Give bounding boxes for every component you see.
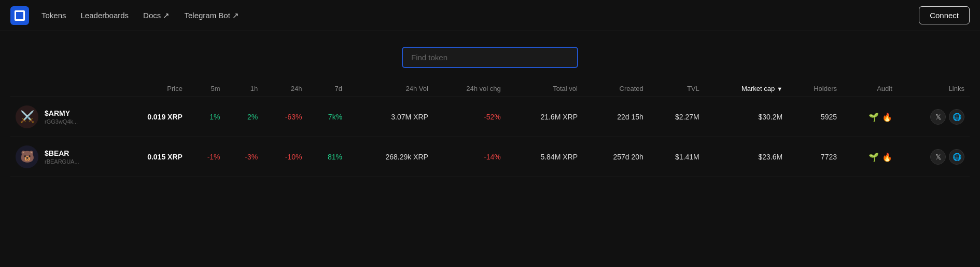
d7-bear: 81% <box>307 137 347 177</box>
col-created: Created <box>583 81 649 97</box>
col-marketcap-label: Market cap <box>741 85 775 92</box>
token-addr-bear: rBEARGUA... <box>45 158 79 165</box>
col-name <box>10 81 114 97</box>
search-section <box>0 31 980 81</box>
audit-army: 🌱 🔥 <box>842 97 898 137</box>
col-1h: 1h <box>226 81 263 97</box>
token-cell-bear: 🐻 $BEAR rBEARGUA... <box>10 137 114 177</box>
audit-bear: 🌱 🔥 <box>842 137 898 177</box>
m5-bear: -1% <box>188 137 226 177</box>
table-container: Price 5m 1h 24h 7d 24h Vol 24h vol chg T… <box>0 81 980 177</box>
created-bear: 257d 20h <box>583 137 649 177</box>
totalvol-bear: 5.84M XRP <box>506 137 583 177</box>
h1-army: 2% <box>226 97 263 137</box>
price-bear: 0.015 XRP <box>114 137 188 177</box>
h1-bear: -3% <box>226 137 263 177</box>
nav-tokens[interactable]: Tokens <box>41 11 66 20</box>
fire-icon-bear[interactable]: 🔥 <box>882 152 892 162</box>
col-price: Price <box>114 81 188 97</box>
h24-army: -63% <box>263 97 307 137</box>
holders-bear: 7723 <box>788 137 842 177</box>
logo[interactable] <box>10 6 29 25</box>
col-totalvol: Total vol <box>506 81 583 97</box>
globe-link-bear[interactable]: 🌐 <box>949 149 964 165</box>
sprout-icon-army[interactable]: 🌱 <box>869 112 879 122</box>
logo-icon <box>15 10 25 21</box>
table-row: ⚔️ $ARMY rGG3wQ4k... 0.019 XRP 1% 2% -63… <box>10 97 970 137</box>
token-addr-army: rGG3wQ4k... <box>45 118 78 125</box>
token-name-bear: $BEAR <box>45 149 79 157</box>
marketcap-army: $30.2M <box>705 97 788 137</box>
fire-icon-army[interactable]: 🔥 <box>882 112 892 122</box>
connect-button[interactable]: Connect <box>919 6 970 24</box>
navbar: Tokens Leaderboards Docs ↗ Telegram Bot … <box>0 0 980 31</box>
twitter-link-bear[interactable]: 𝕏 <box>930 149 946 165</box>
nav-leaderboards[interactable]: Leaderboards <box>81 11 129 20</box>
links-bear: 𝕏 🌐 <box>898 137 970 177</box>
table-header-row: Price 5m 1h 24h 7d 24h Vol 24h vol chg T… <box>10 81 970 97</box>
globe-link-army[interactable]: 🌐 <box>949 109 964 125</box>
volchg-army: -52% <box>433 97 506 137</box>
marketcap-bear: $23.6M <box>705 137 788 177</box>
col-24hvol: 24h Vol <box>347 81 433 97</box>
vol24-army: 3.07M XRP <box>347 97 433 137</box>
totalvol-army: 21.6M XRP <box>506 97 583 137</box>
holders-army: 5925 <box>788 97 842 137</box>
nav-links: Tokens Leaderboards Docs ↗ Telegram Bot … <box>41 11 919 20</box>
sort-arrow-icon: ▼ <box>777 86 782 92</box>
h24-bear: -10% <box>263 137 307 177</box>
twitter-link-army[interactable]: 𝕏 <box>930 109 946 125</box>
vol24-bear: 268.29k XRP <box>347 137 433 177</box>
tvl-bear: $1.41M <box>649 137 705 177</box>
token-info-army: $ARMY rGG3wQ4k... <box>45 109 78 125</box>
token-info-bear: $BEAR rBEARGUA... <box>45 149 79 165</box>
avatar-army: ⚔️ <box>16 105 38 128</box>
created-army: 22d 15h <box>583 97 649 137</box>
avatar-bear: 🐻 <box>16 145 38 168</box>
col-holders: Holders <box>788 81 842 97</box>
tvl-army: $2.27M <box>649 97 705 137</box>
col-links: Links <box>898 81 970 97</box>
col-24h: 24h <box>263 81 307 97</box>
sprout-icon-bear[interactable]: 🌱 <box>869 152 879 162</box>
col-5m: 5m <box>188 81 226 97</box>
m5-army: 1% <box>188 97 226 137</box>
token-cell-army: ⚔️ $ARMY rGG3wQ4k... <box>10 97 114 137</box>
nav-telegram-bot[interactable]: Telegram Bot ↗ <box>184 11 239 20</box>
col-marketcap[interactable]: Market cap ▼ <box>705 81 788 97</box>
col-audit: Audit <box>842 81 898 97</box>
col-7d: 7d <box>307 81 347 97</box>
search-input[interactable] <box>402 47 578 68</box>
token-name-army: $ARMY <box>45 109 78 117</box>
col-tvl: TVL <box>649 81 705 97</box>
price-army: 0.019 XRP <box>114 97 188 137</box>
nav-docs[interactable]: Docs ↗ <box>143 11 170 20</box>
table-row: 🐻 $BEAR rBEARGUA... 0.015 XRP -1% -3% -1… <box>10 137 970 177</box>
d7-army: 7k% <box>307 97 347 137</box>
links-army: 𝕏 🌐 <box>898 97 970 137</box>
col-24hvolchg: 24h vol chg <box>433 81 506 97</box>
volchg-bear: -14% <box>433 137 506 177</box>
tokens-table: Price 5m 1h 24h 7d 24h Vol 24h vol chg T… <box>10 81 970 177</box>
